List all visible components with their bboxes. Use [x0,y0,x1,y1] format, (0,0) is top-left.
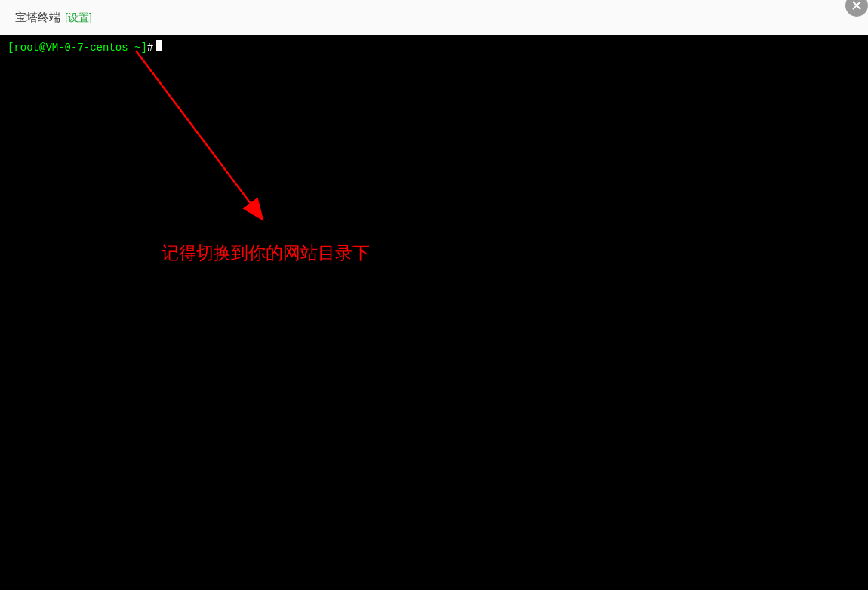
svg-line-1 [136,51,260,217]
terminal-prompt-symbol: # [147,41,153,54]
terminal-cursor [156,40,162,51]
terminal-header: 宝塔终端 设置 [0,0,868,35]
header-title: 宝塔终端 [15,11,60,25]
terminal-prompt-line: [root@VM-0-7-centos ~] # [8,40,860,54]
annotation-text: 记得切换到你的网站目录下 [162,241,370,265]
annotation-arrow [132,47,283,235]
terminal-prompt-userhost: [root@VM-0-7-centos ~] [8,41,147,54]
terminal-area[interactable]: [root@VM-0-7-centos ~] # 记得切换到你的网站目录下 [0,35,868,590]
close-icon [851,0,862,11]
close-button[interactable] [845,0,868,17]
settings-link[interactable]: 设置 [65,11,92,25]
